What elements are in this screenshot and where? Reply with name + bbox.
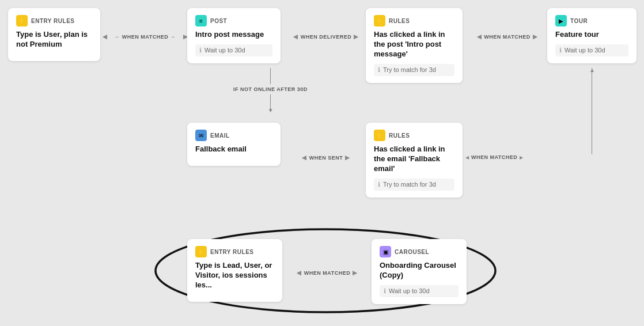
entry-rules-card-1[interactable]: ⚡ ENTRY RULES Type is User, plan is not … (8, 8, 100, 61)
when-matched-connector-4: ◀ WHEN MATCHED ▶ (285, 270, 370, 276)
when-delivered-connector: ◀ WHEN DELIVERED ▶ (283, 33, 369, 40)
vert-line-to-tour (592, 68, 592, 154)
post-icon: ≡ (195, 15, 207, 26)
carousel-meta: ℹ Wait up to 30d (380, 285, 459, 297)
workflow-canvas: ⚡ ENTRY RULES Type is User, plan is not … (0, 0, 644, 326)
if-not-online-connector: IF NOT ONLINE AFTER 30D ▼ (233, 68, 308, 120)
when-matched-connector-1: ◀ ← WHEN MATCHED → ▶ (103, 33, 188, 40)
rules-meta-1: ℹ Try to match for 3d (374, 64, 454, 76)
email-icon: ✉ (195, 130, 207, 141)
rules-card-1[interactable]: ⚡ RULES Has clicked a link in the post '… (366, 8, 463, 83)
carousel-icon: ▣ (380, 246, 391, 257)
rules-card-2[interactable]: ⚡ RULES Has clicked a link in the email … (366, 123, 463, 198)
tour-type-label: TOUR (570, 18, 588, 24)
tour-icon: ▶ (555, 15, 567, 26)
arrow-up-tour: ▲ (589, 67, 595, 73)
entry-rules-title-2: Type is Lead, User, or Visitor, ios sess… (195, 261, 274, 290)
rules-meta-2: ℹ Try to match for 3d (374, 179, 454, 191)
rules-title-1: Has clicked a link in the post 'Intro po… (374, 30, 454, 59)
if-not-online-label: IF NOT ONLINE AFTER 30D (233, 86, 308, 92)
when-matched-connector-3: ◀ WHEN MATCHED ▶ (465, 154, 549, 160)
entry-rules-type-label-2: ENTRY RULES (210, 249, 254, 255)
entry-rules-icon-1: ⚡ (16, 15, 28, 26)
when-matched-connector-2: ◀ WHEN MATCHED ▶ (465, 33, 549, 40)
email-title: Fallback email (195, 145, 272, 154)
rules-icon-1: ⚡ (374, 15, 385, 26)
email-card[interactable]: ✉ EMAIL Fallback email (187, 123, 281, 166)
entry-rules-icon-2: ⚡ (195, 246, 207, 257)
rules-title-2: Has clicked a link in the email 'Fallbac… (374, 145, 454, 174)
post-title: Intro post message (195, 30, 272, 40)
rules-type-label-1: RULES (389, 18, 410, 24)
entry-rules-card-2[interactable]: ⚡ ENTRY RULES Type is Lead, User, or Vis… (187, 239, 282, 302)
post-card[interactable]: ≡ POST Intro post message ℹ Wait up to 3… (187, 8, 281, 63)
rules-icon-2: ⚡ (374, 130, 385, 141)
carousel-title: Onboarding Carousel (Copy) (380, 261, 459, 280)
post-type-label: POST (210, 18, 227, 24)
post-meta: ℹ Wait up to 30d (195, 44, 272, 56)
tour-title: Feature tour (555, 30, 628, 40)
email-type-label: EMAIL (210, 132, 230, 139)
rules-type-label-2: RULES (389, 132, 410, 139)
when-sent-connector: ◀ WHEN SENT ▶ (283, 154, 369, 161)
tour-meta: ℹ Wait up to 30d (555, 44, 628, 56)
tour-card[interactable]: ▶ TOUR Feature tour ℹ Wait up to 30d (547, 8, 637, 63)
carousel-type-label: CAROUSEL (395, 249, 429, 255)
entry-rules-type-label-1: ENTRY RULES (31, 18, 75, 24)
carousel-card[interactable]: ▣ CAROUSEL Onboarding Carousel (Copy) ℹ … (372, 239, 467, 304)
entry-rules-title-1: Type is User, plan is not Premium (16, 30, 92, 50)
